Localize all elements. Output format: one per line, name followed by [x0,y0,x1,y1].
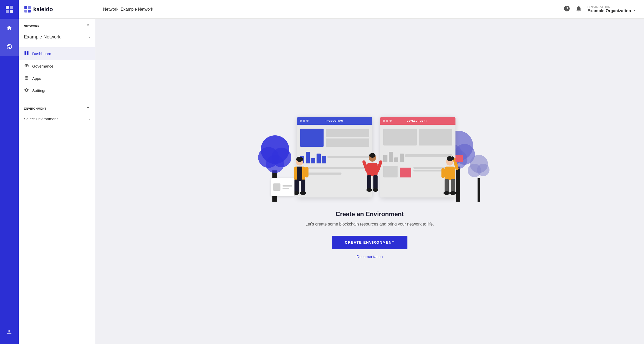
sidebar-divider-1 [19,45,95,45]
cta-title: Create an Environment [336,210,404,218]
svg-point-49 [450,191,456,195]
profile-card [271,178,294,196]
profile-line-1 [283,185,292,187]
profile-line-2 [283,188,290,189]
sidebar-item-network[interactable]: Example Network › [19,31,95,43]
svg-rect-4 [24,6,27,9]
sidebar-item-settings[interactable]: Settings [19,84,95,97]
main-content: PRODUCTION [95,19,644,344]
brand-name: kaleido [33,6,53,13]
svg-rect-50 [441,168,445,178]
svg-rect-0 [6,6,9,9]
network-item-chevron-icon: › [89,35,90,39]
svg-point-23 [296,157,303,162]
governance-icon [24,63,29,69]
svg-rect-46 [445,179,449,193]
development-label: DEVELOPMENT [407,120,427,122]
svg-rect-47 [451,179,455,193]
governance-svg-icon [24,63,29,68]
sidebar-divider-2 [19,99,95,99]
svg-rect-3 [10,10,13,13]
svg-rect-5 [28,6,31,9]
environment-section-header: ENVIRONMENT ⌃ [19,101,95,114]
rail-user-icon[interactable] [0,323,19,341]
prod-sm-box-1 [326,129,369,137]
help-icon[interactable] [564,5,570,14]
svg-rect-27 [301,180,305,193]
dev-bar-2 [389,152,393,162]
kaleido-sidebar-icon [24,6,31,13]
prod-big-box [300,129,324,147]
network-chevron-up-icon: ⌃ [86,23,90,29]
sidebar-item-governance[interactable]: Governance [19,60,95,72]
sidebar-item-dashboard[interactable]: Dashboard [19,47,95,60]
production-label: PRODUCTION [325,120,343,122]
dev-sm-box-1 [383,129,417,145]
svg-point-39 [373,188,378,192]
cta-subtitle: Let's create some blockchain resources a… [305,222,434,227]
org-section-label: ORGANIZATION [587,5,631,9]
svg-rect-18 [478,178,480,202]
svg-rect-1 [10,6,13,9]
svg-rect-35 [367,163,378,176]
dot-3 [306,120,308,122]
svg-rect-6 [24,10,27,12]
person-right-svg [440,154,463,198]
network-breadcrumb: Network: Example Network [103,7,153,12]
apps-svg-icon [24,75,29,81]
illustration: PRODUCTION [263,104,476,203]
org-selector[interactable]: ORGANIZATION Example Organization ⌄ [587,5,636,13]
notifications-icon[interactable] [575,5,582,14]
bar-3 [311,158,315,163]
settings-label: Settings [32,88,46,93]
user-icon [6,329,12,335]
dev-small-sq [383,166,398,177]
dev-bar-3 [394,157,398,162]
svg-rect-45 [445,167,455,180]
dot-2 [303,120,305,122]
apps-label: Apps [32,76,41,81]
environment-chevron-up-icon: ⌃ [86,106,90,111]
svg-point-12 [266,155,284,173]
dev-sm-box-2 [419,129,452,145]
svg-rect-26 [294,180,299,193]
org-dropdown-chevron-icon: ⌄ [633,7,636,11]
create-environment-button[interactable]: CREATE ENVIRONMENT [332,236,407,249]
home-icon [6,25,12,31]
dev-row-1 [383,129,452,145]
documentation-link[interactable]: Documentation [357,254,383,259]
topbar-right: ORGANIZATION Example Organization ⌄ [564,5,636,14]
network-section-header: NETWORK ⌃ [19,19,95,31]
dev-dot-3 [390,120,392,122]
dev-browser-dots [383,120,392,122]
sidebar-item-select-environment[interactable]: Select Environment › [19,114,95,124]
prod-sm-box-2 [326,138,369,147]
dashboard-label: Dashboard [32,51,51,56]
question-mark-icon [564,5,570,12]
svg-point-38 [366,188,372,192]
browser-development-titlebar: DEVELOPMENT [380,117,455,125]
person-middle-svg [362,152,383,199]
prod-line-full [300,167,369,169]
svg-point-21 [477,164,489,176]
bar-4 [317,154,321,163]
browser-dots [300,120,308,122]
rail-home-icon[interactable] [0,19,19,37]
settings-icon [24,88,29,94]
rail-network-icon[interactable] [0,37,19,56]
bar-5 [322,156,326,163]
svg-rect-25 [297,167,302,181]
org-info: ORGANIZATION Example Organization [587,5,631,13]
logo-area[interactable] [0,0,19,19]
profile-avatar [273,183,280,191]
person-middle [362,152,383,200]
svg-point-48 [444,191,450,195]
svg-rect-2 [6,10,9,13]
dashboard-svg-icon [24,50,29,56]
sidebar-logo[interactable]: kaleido [24,6,53,13]
svg-rect-7 [28,10,31,12]
network-item-label: Example Network [24,34,61,40]
bell-icon [575,5,582,12]
sidebar-item-apps[interactable]: Apps [19,72,95,84]
environment-item-chevron-icon: › [89,117,90,121]
